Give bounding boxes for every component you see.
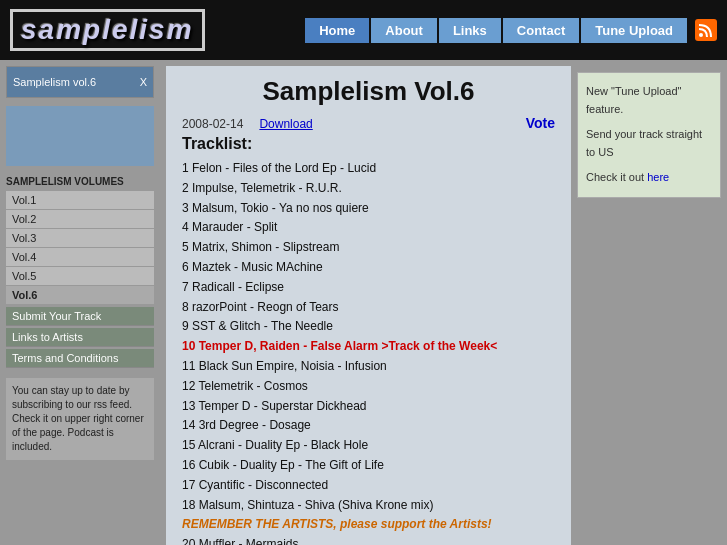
sidebar-links-artists[interactable]: Links to Artists	[6, 328, 154, 347]
tracks-list: 1 Felon - Files of the Lord Ep - Lucid2 …	[182, 159, 555, 545]
right-box-text-3: Check it out here	[586, 169, 712, 187]
track-item: 12 Telemetrik - Cosmos	[182, 377, 555, 397]
nav-home[interactable]: Home	[305, 18, 369, 43]
track-item: 8 razorPoint - Reogn of Tears	[182, 298, 555, 318]
track-item: 9 SST & Glitch - The Needle	[182, 317, 555, 337]
logo: samplelism	[10, 9, 205, 51]
track-item: 10 Temper D, Raiden - False Alarm >Track…	[182, 337, 555, 357]
right-info-box: New "Tune Upload" feature. Send your tra…	[577, 72, 721, 198]
track-item: 5 Matrix, Shimon - Slipstream	[182, 238, 555, 258]
download-link[interactable]: Download	[259, 117, 312, 131]
track-item: 11 Black Sun Empire, Noisia - Infusion	[182, 357, 555, 377]
track-item: 7 Radicall - Eclipse	[182, 278, 555, 298]
main-layout: Samplelism vol.6 X SAMPLELISM VOLUMES Vo…	[0, 60, 727, 545]
nav-contact[interactable]: Contact	[503, 18, 579, 43]
track-item: 16 Cubik - Duality Ep - The Gift of Life	[182, 456, 555, 476]
track-item: 14 3rd Degree - Dosage	[182, 416, 555, 436]
tracklist-header: 2008-02-14 Download Vote	[182, 115, 555, 131]
sidebar-section-title: SAMPLELISM VOLUMES	[6, 174, 154, 189]
track-item: REMEMBER THE ARTISTS, please support the…	[182, 515, 555, 535]
right-box-text-1: New "Tune Upload" feature.	[586, 83, 712, 118]
sidebar: Samplelism vol.6 X SAMPLELISM VOLUMES Vo…	[0, 60, 160, 545]
right-sidebar: New "Tune Upload" feature. Send your tra…	[577, 60, 727, 545]
nav-upload[interactable]: Tune Upload	[581, 18, 687, 43]
volume-preview-label: Samplelism vol.6	[13, 76, 96, 88]
right-box-text-2: Send your track straight to US	[586, 126, 712, 161]
svg-point-0	[699, 33, 703, 37]
track-item: 17 Cyantific - Disconnected	[182, 476, 555, 496]
track-item: 4 Marauder - Split	[182, 218, 555, 238]
preview-image-area	[6, 106, 154, 166]
sidebar-vol-5[interactable]: Vol.5	[6, 267, 154, 286]
sidebar-terms[interactable]: Terms and Conditions	[6, 349, 154, 368]
track-item: 13 Temper D - Superstar Dickhead	[182, 397, 555, 417]
vote-link[interactable]: Vote	[526, 115, 555, 131]
date-label: 2008-02-14	[182, 117, 243, 131]
track-item: 18 Malsum, Shintuza - Shiva (Shiva Krone…	[182, 496, 555, 516]
nav-links[interactable]: Links	[439, 18, 501, 43]
page-title: Samplelism Vol.6	[182, 76, 555, 107]
sidebar-vol-3[interactable]: Vol.3	[6, 229, 154, 248]
volume-preview: Samplelism vol.6 X	[6, 66, 154, 98]
track-item: 15 Alcrani - Duality Ep - Black Hole	[182, 436, 555, 456]
track-item: 6 Maztek - Music MAchine	[182, 258, 555, 278]
rss-icon[interactable]	[695, 19, 717, 41]
track-item: 3 Malsum, Tokio - Ya no nos quiere	[182, 199, 555, 219]
tracklist-title: Tracklist:	[182, 135, 555, 153]
sidebar-vol-1[interactable]: Vol.1	[6, 191, 154, 210]
sidebar-submit-track[interactable]: Submit Your Track	[6, 307, 154, 326]
preview-close-button[interactable]: X	[140, 76, 147, 88]
sidebar-note: You can stay up to date by subscribing t…	[6, 378, 154, 460]
sidebar-vol-6[interactable]: Vol.6	[6, 286, 154, 305]
nav: Home About Links Contact Tune Upload	[305, 18, 717, 43]
header: samplelism Home About Links Contact Tune…	[0, 0, 727, 60]
track-item: 2 Impulse, Telemetrik - R.U.R.	[182, 179, 555, 199]
right-box-link[interactable]: here	[647, 171, 669, 183]
track-item: 1 Felon - Files of the Lord Ep - Lucid	[182, 159, 555, 179]
content-area: Samplelism Vol.6 2008-02-14 Download Vot…	[166, 66, 571, 545]
track-item: 20 Muffler - Mermaids	[182, 535, 555, 545]
nav-about[interactable]: About	[371, 18, 437, 43]
sidebar-vol-2[interactable]: Vol.2	[6, 210, 154, 229]
sidebar-vol-4[interactable]: Vol.4	[6, 248, 154, 267]
